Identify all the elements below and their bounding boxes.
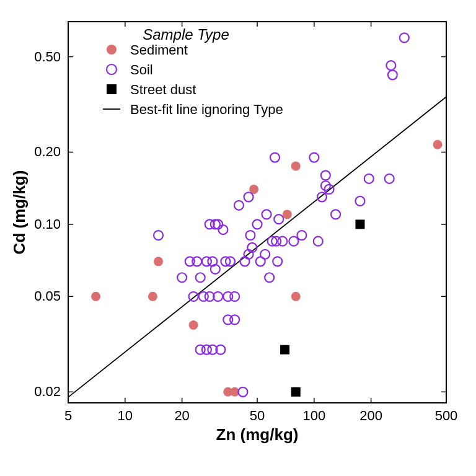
x-tick-label: 20 bbox=[174, 408, 189, 423]
data-point bbox=[189, 292, 198, 301]
y-tick-label: 0.50 bbox=[34, 49, 61, 64]
data-point bbox=[291, 292, 301, 301]
data-point bbox=[317, 192, 327, 201]
data-point bbox=[177, 273, 187, 282]
data-point bbox=[238, 387, 247, 397]
data-point bbox=[388, 70, 397, 79]
x-tick-label: 500 bbox=[435, 408, 458, 423]
data-point bbox=[107, 45, 117, 55]
data-point bbox=[297, 231, 306, 240]
data-point bbox=[270, 153, 280, 162]
x-tick-label: 200 bbox=[359, 408, 382, 423]
data-point bbox=[107, 64, 117, 74]
data-point bbox=[309, 153, 319, 162]
x-tick-label: 50 bbox=[250, 408, 265, 423]
data-point bbox=[240, 257, 250, 266]
data-point bbox=[314, 237, 323, 246]
data-point bbox=[355, 219, 364, 229]
data-point bbox=[230, 292, 239, 301]
data-point bbox=[244, 192, 253, 201]
data-point bbox=[192, 257, 201, 266]
data-point bbox=[386, 61, 395, 70]
data-point bbox=[331, 209, 340, 219]
data-point bbox=[278, 237, 287, 246]
data-point bbox=[283, 209, 292, 219]
data-point bbox=[189, 320, 198, 330]
legend-label: Street dust bbox=[130, 82, 196, 97]
legend-title: Sample Type bbox=[143, 26, 229, 43]
data-point bbox=[230, 315, 239, 324]
data-point bbox=[364, 174, 374, 183]
data-point bbox=[196, 273, 205, 282]
legend-label: Soil bbox=[130, 62, 153, 77]
legend-label: Sediment bbox=[130, 42, 188, 58]
data-point bbox=[289, 237, 298, 246]
data-point bbox=[291, 387, 301, 397]
chart-svg: 51020501002005000.020.050.100.200.50Zn (… bbox=[0, 0, 476, 476]
y-axis-label: Cd (mg/kg) bbox=[10, 170, 29, 255]
data-point bbox=[291, 161, 301, 170]
data-point bbox=[260, 250, 270, 259]
data-point bbox=[273, 257, 282, 266]
data-point bbox=[154, 257, 163, 266]
data-point bbox=[321, 170, 330, 180]
data-point bbox=[234, 201, 244, 210]
data-point bbox=[280, 345, 289, 355]
data-point bbox=[265, 273, 274, 282]
x-tick-label: 10 bbox=[118, 408, 133, 423]
data-point bbox=[245, 231, 255, 240]
data-point bbox=[433, 140, 443, 149]
x-axis-label: Zn (mg/kg) bbox=[216, 425, 299, 444]
y-tick-label: 0.05 bbox=[34, 288, 61, 304]
data-point bbox=[154, 231, 163, 240]
y-tick-label: 0.10 bbox=[34, 216, 61, 232]
y-tick-label: 0.02 bbox=[34, 384, 61, 399]
data-point bbox=[262, 209, 271, 219]
data-point bbox=[218, 225, 227, 234]
data-point bbox=[148, 292, 157, 301]
data-point bbox=[274, 214, 283, 224]
y-tick-label: 0.20 bbox=[34, 144, 61, 159]
scatter-chart: 51020501002005000.020.050.100.200.50Zn (… bbox=[0, 0, 476, 476]
data-point bbox=[107, 84, 117, 94]
data-point bbox=[355, 196, 364, 206]
x-tick-label: 5 bbox=[64, 408, 72, 423]
data-point bbox=[91, 292, 100, 301]
data-point bbox=[385, 174, 394, 183]
legend-label: Best-fit line ignoring Type bbox=[130, 102, 283, 117]
data-point bbox=[253, 219, 262, 229]
data-point bbox=[400, 33, 409, 42]
x-tick-label: 100 bbox=[302, 408, 325, 423]
